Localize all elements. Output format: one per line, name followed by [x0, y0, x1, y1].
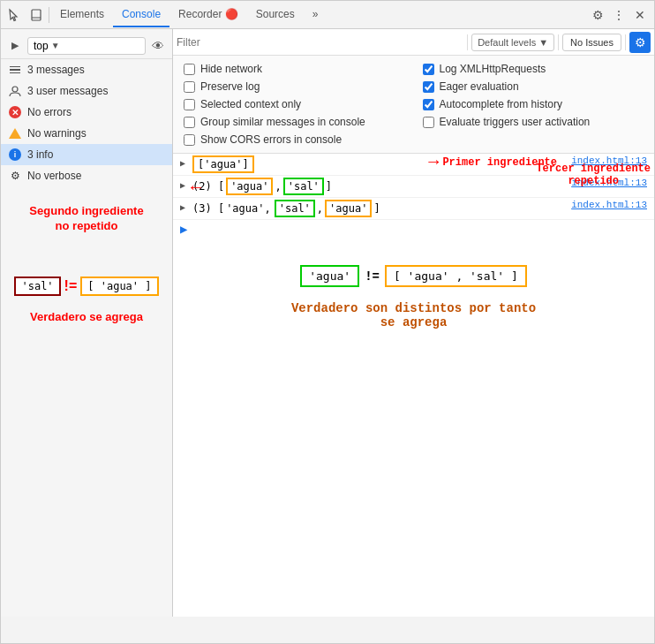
console-line-3: ▶ (3) [ 'agua', 'sal' , 'agua' ] index.h…	[173, 198, 654, 220]
selected-context-checkbox[interactable]: Selected context only	[184, 98, 405, 110]
sidebar-item-warnings[interactable]: No warnings	[1, 123, 172, 144]
sidebar-user-messages-label: 3 user messages	[27, 85, 108, 97]
sidebar-info-label: 3 info	[27, 148, 53, 161]
segundo-annotation: Segundo ingredienteno repetido	[3, 204, 170, 234]
comma-2: ,	[275, 180, 281, 193]
tercer-label: Tercer ingredienterepetido	[536, 163, 651, 187]
sidebar-verbose-label: No verbose	[27, 170, 81, 182]
settings-panel: Hide network Preserve log Selected conte…	[173, 56, 654, 154]
agua-array-1: ['agua']	[192, 155, 254, 173]
sidebar: ▶ top ▼ 👁 3 messages 3 user messages	[1, 29, 173, 617]
sidebar-item-user-messages[interactable]: 3 user messages	[1, 80, 172, 102]
expand-3[interactable]: ▶	[180, 202, 189, 213]
tab-console[interactable]: Console	[113, 3, 169, 27]
agua-val-3a: 'agua',	[226, 202, 271, 215]
tab-recorder[interactable]: Recorder 🔴	[169, 3, 247, 27]
verdadero-distintos-text: Verdadero son distintos por tantose agre…	[291, 301, 536, 330]
levels-button[interactable]: Default levels ▼	[471, 34, 554, 51]
expand-1[interactable]: ▶	[180, 158, 189, 169]
preserve-log-checkbox[interactable]: Preserve log	[184, 80, 405, 93]
sidebar-item-messages[interactable]: 3 messages	[1, 59, 172, 80]
device-icon[interactable]	[26, 4, 47, 26]
autocomplete-checkbox[interactable]: Autocomplete from history	[423, 98, 644, 110]
expand-2[interactable]: ▶	[180, 180, 189, 191]
info-icon: i	[8, 148, 22, 162]
cors-errors-checkbox[interactable]: Show CORS errors in console	[184, 133, 405, 146]
eager-eval-checkbox[interactable]: Eager evaluation	[423, 80, 644, 93]
console-input-arrow[interactable]: ▶	[180, 222, 187, 237]
sidebar-item-errors[interactable]: ✕ No errors	[1, 102, 172, 123]
filter-input[interactable]	[177, 36, 463, 49]
tab-elements[interactable]: Elements	[51, 3, 113, 27]
log-xmlhttp-checkbox[interactable]: Log XMLHttpRequests	[423, 63, 644, 75]
console-output: ▶ ['agua'] index.html:13 → Primer ingred…	[173, 154, 654, 617]
tab-more[interactable]: »	[304, 3, 328, 27]
close-3: ]	[373, 202, 380, 215]
agua-val-2: 'agua'	[226, 178, 273, 195]
group-similar-checkbox[interactable]: Group similar messages in console	[184, 116, 405, 128]
close-icon[interactable]: ✕	[629, 4, 651, 26]
settings-left-col: Hide network Preserve log Selected conte…	[184, 63, 405, 146]
agua-val-3b: 'agua'	[325, 200, 372, 217]
diagram-equation: 'agua' != [ 'agua' , 'sal' ]	[300, 265, 527, 287]
list-icon	[8, 63, 22, 77]
settings-icon[interactable]: ⚙	[587, 4, 608, 26]
sidebar-messages-label: 3 messages	[27, 64, 85, 76]
verdadero-agrega-label: Verdadero se agrega	[3, 310, 170, 325]
settings-right-col: Log XMLHttpRequests Eager evaluation Aut…	[423, 63, 644, 146]
sidebar-top-label: top	[34, 40, 49, 52]
console-blue-arrow-line: ▶	[173, 220, 654, 239]
svg-point-2	[12, 87, 18, 92]
triggers-user-checkbox[interactable]: Evaluate triggers user activation	[423, 116, 644, 128]
sidebar-item-verbose[interactable]: ⚙ No verbose	[1, 165, 172, 186]
warning-icon	[8, 126, 22, 140]
svg-rect-0	[32, 10, 41, 20]
filter-bar: Default levels ▼ No Issues ⚙	[173, 29, 654, 56]
diag-neq: !=	[365, 269, 380, 284]
more-icon[interactable]: ⋮	[608, 4, 629, 26]
verbose-icon: ⚙	[8, 169, 22, 183]
gear-active-icon[interactable]: ⚙	[629, 32, 651, 53]
console-content-3: (3) [ 'agua', 'sal' , 'agua' ]	[192, 200, 568, 217]
tab-bar: Elements Console Recorder 🔴 Sources » ⚙ …	[1, 1, 654, 29]
sidebar-errors-label: No errors	[27, 106, 72, 118]
hide-network-checkbox[interactable]: Hide network	[184, 63, 405, 75]
tab-sources[interactable]: Sources	[247, 3, 304, 27]
diag-agua-sal: [ 'agua' , 'sal' ]	[385, 265, 527, 287]
inspect-icon[interactable]	[4, 4, 26, 26]
right-panel: Default levels ▼ No Issues ⚙ Hide networ…	[173, 29, 654, 617]
console-link-3[interactable]: index.html:13	[571, 200, 647, 210]
sidebar-back-icon[interactable]: ▶	[6, 37, 24, 55]
error-icon: ✕	[8, 105, 22, 119]
diag-agua: 'agua'	[300, 265, 359, 287]
user-icon	[8, 84, 22, 98]
diagram-area: 'agua' != [ 'agua' , 'sal' ] Verdadero s…	[173, 239, 654, 338]
issues-button[interactable]: No Issues	[562, 34, 621, 51]
sal-box: 'sal'	[14, 277, 60, 296]
arrow-primer: →	[428, 154, 439, 172]
sal-val-3: 'sal'	[275, 200, 315, 217]
neq-symbol: !=	[64, 278, 78, 294]
arrow-segundo-left: →	[191, 178, 201, 198]
count-3: (3) [	[192, 202, 224, 215]
sidebar-warnings-label: No warnings	[27, 127, 87, 140]
sidebar-item-info[interactable]: i 3 info	[1, 144, 172, 165]
agua-box: [ 'agua' ]	[80, 277, 158, 296]
sal-val-2: 'sal'	[283, 178, 324, 195]
close-2: ]	[326, 180, 332, 193]
comma-3: ,	[317, 202, 323, 215]
console-content-2: (2) [ 'agua' , 'sal' ]	[192, 178, 568, 195]
eye-icon[interactable]: 👁	[149, 37, 167, 55]
